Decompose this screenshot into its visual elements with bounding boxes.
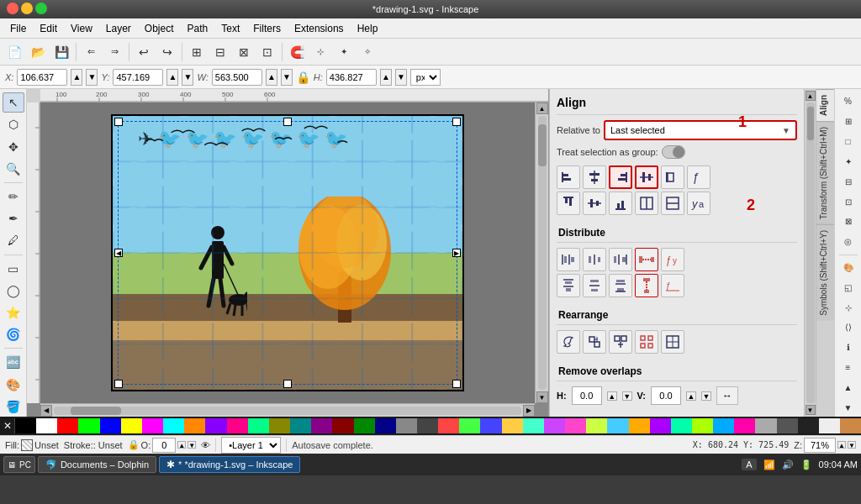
palette-color-37[interactable]: [798, 418, 819, 433]
panel-scroll-up[interactable]: ▲: [806, 91, 816, 101]
drawing-canvas[interactable]: ✈🐦🐦🐦🐦🐦🐦🐦: [111, 114, 464, 391]
opacity-input[interactable]: [152, 438, 176, 453]
redo-button[interactable]: ↪: [156, 41, 178, 63]
canvas-scrollbar-vertical[interactable]: ▲ ▼: [535, 102, 548, 403]
snap2-button[interactable]: ⊹: [309, 41, 331, 63]
close-button[interactable]: [7, 3, 18, 14]
treat-group-toggle[interactable]: [662, 145, 685, 159]
palette-color-22[interactable]: [480, 418, 501, 433]
dist-extra2-button[interactable]: ƒ: [661, 274, 684, 297]
zoom-sel-button[interactable]: ⊠: [233, 41, 255, 63]
menu-object[interactable]: Object: [138, 21, 181, 36]
dist-gap-v-button[interactable]: [635, 274, 658, 297]
palette-color-24[interactable]: [523, 418, 544, 433]
save-button[interactable]: 💾: [50, 41, 72, 63]
palette-color-25[interactable]: [544, 418, 565, 433]
spiral-tool[interactable]: 🌀: [3, 324, 24, 344]
snap-center-button[interactable]: ◎: [837, 233, 859, 251]
palette-color-12[interactable]: [269, 418, 290, 433]
palette-color-16[interactable]: [354, 418, 375, 433]
tab-transform[interactable]: Transform (Shift+Ctrl+M): [816, 121, 834, 224]
snap-page-button[interactable]: ⊠: [837, 213, 859, 231]
palette-color-26[interactable]: [565, 418, 586, 433]
palette-color-14[interactable]: [311, 418, 332, 433]
fill-tool[interactable]: 🪣: [3, 396, 24, 417]
palette-color-30[interactable]: [650, 418, 671, 433]
palette-color-13[interactable]: [290, 418, 311, 433]
menu-file[interactable]: File: [3, 21, 33, 36]
new-button[interactable]: 📄: [3, 41, 25, 63]
zoom-down[interactable]: ▼: [848, 441, 856, 449]
palette-color-7[interactable]: [163, 418, 184, 433]
v-overlap-input[interactable]: [651, 386, 681, 405]
palette-color-35[interactable]: [755, 418, 776, 433]
palette-color-8[interactable]: [184, 418, 205, 433]
undo-button[interactable]: ↩: [133, 41, 155, 63]
remove-overlaps-apply[interactable]: ↔: [716, 386, 738, 405]
dist-extra-button[interactable]: ƒy: [661, 248, 684, 271]
x-spin-up[interactable]: ▲: [71, 69, 82, 86]
align-centers-v-button[interactable]: [583, 165, 606, 189]
align-right-edges-button[interactable]: [609, 165, 632, 189]
y-spin-down[interactable]: ▼: [182, 69, 193, 86]
align-extra-button[interactable]: ƒ: [687, 165, 710, 189]
palette-color-11[interactable]: [248, 418, 269, 433]
palette-color-28[interactable]: [607, 418, 628, 433]
palette-color-17[interactable]: [375, 418, 396, 433]
palette-color-23[interactable]: [502, 418, 523, 433]
snap-nodes-button[interactable]: ⊞: [837, 113, 859, 131]
rearrange-2-button[interactable]: [583, 330, 606, 354]
snap-grid-button[interactable]: ⊡: [837, 192, 859, 211]
palette-color-3[interactable]: [78, 418, 99, 433]
dist-bottom-button[interactable]: [609, 274, 632, 297]
palette-color-0[interactable]: [15, 418, 36, 433]
zoom-input[interactable]: [804, 438, 836, 453]
palette-color-39[interactable]: [840, 418, 861, 433]
layer-select[interactable]: •Layer 1: [221, 437, 281, 454]
palette-color-21[interactable]: [459, 418, 480, 433]
tab-align[interactable]: Align: [816, 89, 834, 121]
export-button[interactable]: ⇒: [103, 41, 125, 63]
minimize-button[interactable]: [21, 3, 33, 14]
palette-color-10[interactable]: [227, 418, 248, 433]
snap-path-button[interactable]: ✦: [837, 152, 859, 171]
h-overlap-up[interactable]: ▲: [607, 391, 617, 401]
x-input[interactable]: [17, 69, 67, 86]
align-text-button[interactable]: ya: [687, 192, 710, 215]
palette-color-29[interactable]: [629, 418, 650, 433]
maximize-button[interactable]: [35, 3, 47, 14]
menu-extensions[interactable]: Extensions: [288, 21, 351, 36]
palette-color-36[interactable]: [777, 418, 798, 433]
palette-color-1[interactable]: [36, 418, 57, 433]
menu-help[interactable]: Help: [351, 21, 385, 36]
align-center-page-button[interactable]: [635, 192, 658, 215]
panel-scroll-down[interactable]: ▼: [806, 405, 816, 415]
scroll-thumb-h[interactable]: [71, 407, 121, 415]
rearrange-3-button[interactable]: [609, 330, 632, 354]
h-spin-down[interactable]: ▼: [395, 69, 407, 86]
pc-button[interactable]: 🖥 PC: [3, 456, 35, 473]
align-bottom-edges-button[interactable]: [609, 192, 632, 215]
palette-color-20[interactable]: [438, 418, 459, 433]
y-input[interactable]: [113, 69, 163, 86]
align-top-edges-button[interactable]: [557, 192, 580, 215]
rearrange-1-button[interactable]: [557, 330, 580, 354]
zoom-tool[interactable]: 🔍: [3, 159, 24, 179]
rearrange-5-button[interactable]: [661, 330, 684, 354]
import-button[interactable]: ⇐: [80, 41, 102, 63]
pen-tool[interactable]: ✒: [3, 208, 24, 228]
snap-global-button[interactable]: %: [837, 92, 859, 111]
inkscape-button[interactable]: ✱ * *drawing-1.svg – Inkscape: [159, 456, 300, 473]
scroll-down-button[interactable]: ▼: [536, 391, 548, 403]
align-centers-h2-button[interactable]: [583, 192, 606, 215]
dist-gap-h-button[interactable]: [635, 248, 658, 271]
snap-button[interactable]: 🧲: [286, 41, 308, 63]
open-button[interactable]: 📂: [27, 41, 49, 63]
unit-select[interactable]: px mm cm in pt: [410, 69, 441, 86]
canvas-area[interactable]: 100 200 300 400 500 600: [27, 89, 548, 417]
snap-guide-button[interactable]: ⊟: [837, 172, 859, 191]
palette-color-32[interactable]: [692, 418, 713, 433]
h-input[interactable]: [326, 69, 377, 86]
h-overlap-input[interactable]: [572, 386, 602, 405]
layers-button[interactable]: ≡: [837, 359, 859, 377]
